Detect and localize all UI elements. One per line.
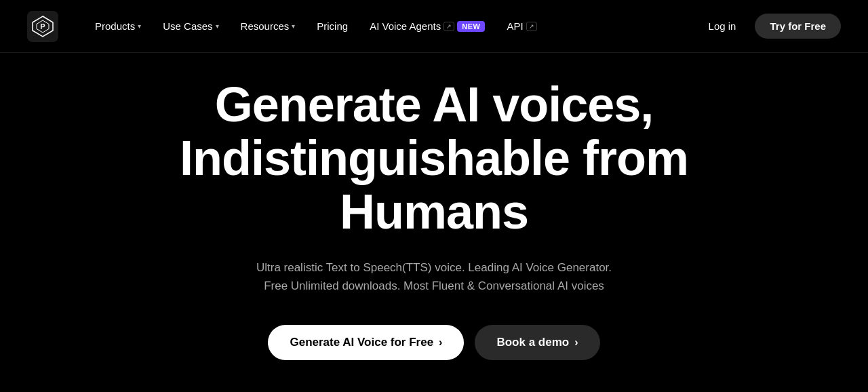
nav-item-products[interactable]: Products ▾ (85, 15, 151, 37)
nav-item-api[interactable]: API ↗ (497, 15, 546, 37)
logo[interactable]: P (27, 11, 58, 42)
login-button[interactable]: Log in (698, 15, 747, 37)
nav-item-pricing[interactable]: Pricing (307, 15, 357, 37)
nav-item-use-cases[interactable]: Use Cases ▾ (153, 15, 228, 37)
new-badge: NEW (457, 21, 485, 32)
hero-section: Generate AI voices, Indistinguishable fr… (0, 53, 868, 392)
external-link-icon: ↗ (526, 22, 537, 31)
nav-links: Products ▾ Use Cases ▾ Resources ▾ Prici… (85, 15, 698, 37)
generate-ai-voice-button[interactable]: Generate AI Voice for Free › (268, 325, 464, 360)
chevron-down-icon: ▾ (138, 22, 141, 30)
arrow-icon: › (439, 336, 442, 349)
hero-subtitle: Ultra realistic Text to Speech(TTS) voic… (256, 258, 612, 295)
nav-item-resources[interactable]: Resources ▾ (231, 15, 305, 37)
hero-title: Generate AI voices, Indistinguishable fr… (180, 78, 688, 239)
chevron-down-icon: ▾ (292, 22, 295, 30)
chevron-down-icon: ▾ (216, 22, 219, 30)
arrow-icon: › (574, 336, 578, 349)
navbar: P Products ▾ Use Cases ▾ Resources ▾ Pri… (0, 0, 868, 53)
hero-buttons: Generate AI Voice for Free › Book a demo… (268, 325, 599, 360)
book-demo-button[interactable]: Book a demo › (475, 325, 599, 360)
external-link-icon: ↗ (443, 22, 454, 31)
nav-item-ai-voice-agents[interactable]: AI Voice Agents ↗ NEW (360, 15, 494, 37)
try-for-free-button[interactable]: Try for Free (755, 14, 841, 39)
svg-text:P: P (40, 22, 45, 31)
nav-actions: Log in Try for Free (698, 14, 841, 39)
